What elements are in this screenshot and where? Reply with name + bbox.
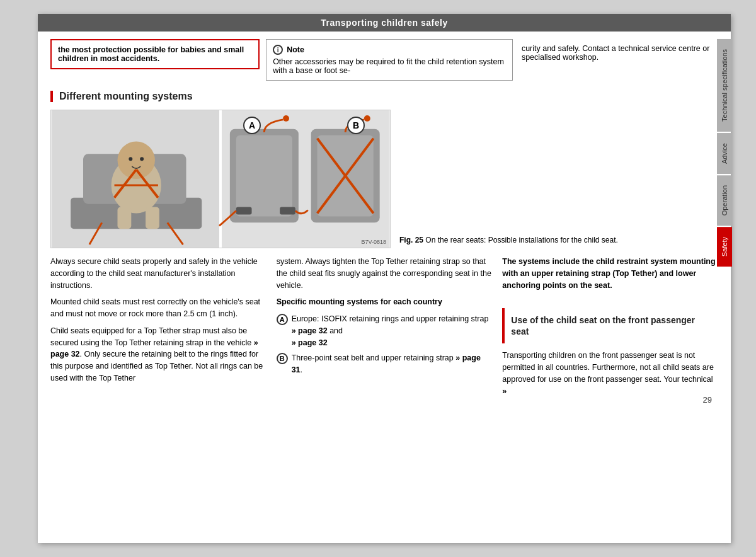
section-heading: Different mounting systems [50,91,718,102]
col-right-p1: Transporting children on the front passe… [502,350,718,397]
page-header: Transporting children safely [38,14,731,32]
figure-label-b: B [347,117,365,134]
image-area: A B B7V-0818 Fig. 25 On the rear seats: … [50,110,718,248]
list-label-a: A [277,314,288,325]
item-a-link1[interactable]: » page 32 [292,326,328,335]
svg-rect-11 [146,207,159,229]
list-item-b: B Three-point seat belt and upper retain… [277,352,493,376]
figure-image: A B B7V-0818 [50,110,391,248]
note-box: i Note Other accessories may be required… [266,39,513,81]
main-columns: Always secure child seats properly and s… [50,256,718,402]
figure-svg [51,110,390,248]
col-right-bold: The systems include the child restraint … [502,256,718,291]
col-middle: system. Always tighten the Top Tether re… [277,256,493,402]
front-seat-heading: Use of the child seat on the front passe… [511,314,712,337]
note-icon: i [273,45,283,55]
svg-rect-10 [118,207,132,229]
list-label-b: B [277,353,288,364]
svg-point-6 [140,157,144,161]
continue-arrow: » [502,387,507,396]
figure-caption-text: On the rear seats: Possible installation… [425,236,618,244]
front-seat-box: Use of the child seat on the front passe… [502,308,718,343]
col-left-p3: Child seats equipped for a Top Tether st… [50,325,266,384]
item-a-link2[interactable]: » page 32 [292,338,328,347]
svg-point-4 [118,142,155,179]
extra-text-box: curity and safely. Contact a technical s… [519,39,718,67]
mounting-heading: Specific mounting systems for each count… [277,296,493,308]
svg-rect-19 [280,207,295,215]
figure-code: B7V-0818 [361,239,386,245]
note-header: i Note [273,45,506,55]
svg-rect-17 [236,135,292,217]
col-left: Always secure child seats properly and s… [50,256,266,402]
svg-point-25 [364,115,370,122]
col-left-p2: Mounted child seats must rest correctly … [50,296,266,320]
list-item-a: A Europe: ISOFIX retaining rings and upp… [277,313,493,348]
page-wrapper: Transporting children safely Technical s… [38,14,731,543]
page-number: 29 [703,395,712,405]
warning-text: the most protection possible for babies … [58,45,244,63]
svg-point-5 [129,157,132,161]
page-content: the most protection possible for babies … [38,32,731,410]
extra-text: curity and safely. Contact a technical s… [522,44,710,62]
figure-caption-bold: Fig. 25 [399,236,423,244]
svg-point-20 [283,115,289,122]
header-title: Transporting children safely [321,18,448,28]
figure-caption: Fig. 25 On the rear seats: Possible inst… [391,233,718,248]
note-label: Note [287,45,304,54]
warning-box: the most protection possible for babies … [50,39,260,69]
col-middle-p1: system. Always tighten the Top Tether re… [277,256,493,291]
svg-rect-14 [219,110,222,248]
col-right: The systems include the child restraint … [502,256,718,402]
note-text: Other accessories may be required to fit… [273,57,504,75]
svg-rect-18 [236,207,252,215]
figure-label-a: A [243,117,261,134]
col-left-p1: Always secure child seats properly and s… [50,256,266,291]
top-info-row: the most protection possible for babies … [50,39,718,81]
